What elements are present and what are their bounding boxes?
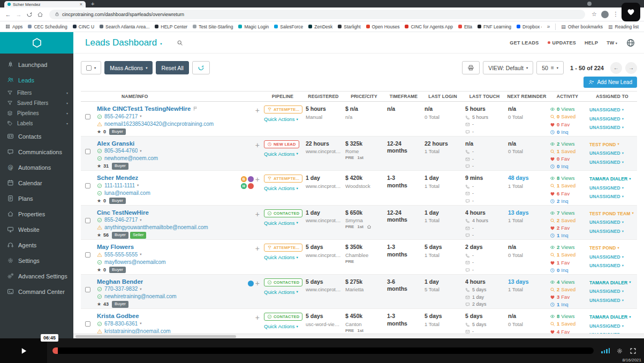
lead-name-link[interactable]: Mike CINCTest1 TestingNewHire	[97, 105, 191, 112]
add-new-lead-button[interactable]: Add New Lead	[584, 77, 637, 88]
assigned-agent-select[interactable]: UNASSIGNED▾	[589, 227, 635, 236]
globe-button[interactable]	[626, 38, 635, 48]
tab-close-icon[interactable]: ×	[80, 2, 82, 7]
activity-views[interactable]: 2Views	[550, 244, 585, 251]
help-link[interactable]: HELP	[585, 40, 598, 46]
bookmark-item[interactable]: Test Site-Starling	[193, 24, 233, 29]
sidebar-item-saved-filters[interactable]: Saved Filters▾	[0, 98, 73, 108]
col-header-next-reminder[interactable]: NEXT REMINDER	[506, 94, 548, 99]
pipeline-status-badge[interactable]: NEW LEAD	[264, 140, 299, 148]
sidebar-item-contacts[interactable]: Contacts	[0, 128, 73, 144]
sidebar-item-website[interactable]: Website	[0, 222, 73, 237]
activity-views[interactable]: 7Views	[550, 209, 585, 217]
bookmark-item[interactable]: ZenDesk	[308, 24, 332, 29]
page-title[interactable]: Leads Dashboard	[85, 37, 157, 48]
lead-phone[interactable]: 678-830-6361▾	[97, 321, 238, 327]
col-header-registered[interactable]: REGISTERED	[304, 94, 343, 99]
horizontal-scrollbar[interactable]	[73, 334, 644, 338]
lead-email[interactable]: newhome@noem.com	[97, 155, 238, 161]
lead-name-link[interactable]: Cinc TestNewHire	[97, 209, 149, 216]
col-header-activity[interactable]: ACTIVITY	[548, 94, 587, 99]
activity-fav[interactable]: 3Fav	[550, 293, 585, 301]
assigned-agent-select[interactable]: TAMARA DIALER▾	[589, 175, 635, 184]
col-header-last-touch[interactable]: LAST TOUCH	[463, 94, 506, 99]
assigned-agent-select[interactable]: UNASSIGNED▾	[589, 322, 635, 331]
bookmark-item[interactable]: Etta	[458, 24, 472, 29]
sidebar-item-launchpad[interactable]: Launchpad	[0, 57, 73, 72]
col-header-last-login[interactable]: LAST LOGIN	[422, 94, 463, 99]
bookmark-item[interactable]: CEC Scheduling	[28, 24, 67, 29]
new-tab-button[interactable]: +	[91, 1, 94, 7]
lead-email[interactable]: mayflowers@noemailcom	[97, 259, 238, 264]
next-page-button[interactable]: →	[625, 62, 637, 74]
col-header-price-city[interactable]: PRICE/CITY	[343, 94, 385, 99]
assigned-agent-select[interactable]: UNASSIGNED▾	[589, 115, 635, 124]
lead-phone[interactable]: 805-354-4760▾	[97, 148, 238, 154]
assigned-agent-select[interactable]: TEST POND▾	[589, 140, 635, 149]
get-leads-link[interactable]: GET LEADS	[510, 40, 539, 46]
row-checkbox[interactable]	[85, 218, 90, 223]
assigned-agent-select[interactable]: UNASSIGNED▾	[589, 253, 635, 262]
activity-inq[interactable]: 1Inq	[550, 301, 585, 308]
profile-avatar[interactable]	[601, 11, 609, 18]
scrollbar-thumb[interactable]	[75, 335, 236, 338]
table-row[interactable]: Cinc TestNewHire 855-246-2717▾ anythingy…	[81, 206, 637, 240]
row-checkbox[interactable]	[85, 252, 90, 258]
activity-saved[interactable]: 1Saved	[550, 251, 585, 259]
quick-actions-link[interactable]: Quick Actions▾	[264, 254, 298, 260]
col-header-pipeline[interactable]: PIPELINE	[262, 94, 304, 99]
bookmark-item[interactable]: CINC for Agents App	[405, 24, 452, 29]
activity-views[interactable]: 0Views	[550, 105, 585, 113]
expand-plus-button[interactable]: +	[255, 142, 260, 148]
pipeline-status-badge[interactable]: ATTEMPTE...	[264, 175, 302, 183]
assigned-agent-select[interactable]: UNASSIGNED▾	[589, 105, 635, 115]
bookmark-item[interactable]: CINC U	[73, 24, 94, 29]
pipeline-status-badge[interactable]: CONTACTED	[264, 278, 302, 286]
player-settings-gear-icon[interactable]	[616, 347, 623, 354]
assigned-agent-select[interactable]: UNASSIGNED▾	[589, 149, 635, 158]
bookmark-item[interactable]: SalesForce	[274, 24, 303, 29]
play-button[interactable]	[0, 338, 47, 363]
table-row[interactable]: Alex Granski 805-354-4760▾ newhome@noem.…	[81, 137, 637, 171]
bookmark-item[interactable]: Magic Login	[238, 24, 269, 29]
activity-fav[interactable]: 1Fav	[550, 259, 585, 267]
lead-name-link[interactable]: Scher Mendez	[97, 175, 138, 181]
lead-phone[interactable]: 855-246-2717▾	[97, 114, 238, 119]
assigned-agent-select[interactable]: TEST POND▾	[589, 244, 635, 253]
bookmarks-overflow-button[interactable]: »	[547, 24, 550, 29]
table-row[interactable]: Mike CINCTest1 TestingNewHire 855-246-27…	[81, 102, 637, 137]
sidebar-item-automations[interactable]: Automations	[0, 160, 73, 175]
activity-saved[interactable]: 1Saved	[550, 148, 585, 155]
expand-plus-button[interactable]: +	[255, 176, 260, 183]
browser-tab[interactable]: Scher Mendez ×	[4, 1, 86, 7]
row-checkbox[interactable]	[85, 321, 90, 327]
lead-phone[interactable]: 555-555-5555▾	[97, 252, 238, 258]
col-header-timeframe[interactable]: TIMEFRAME	[385, 94, 422, 99]
activity-saved[interactable]: 1Saved	[550, 182, 585, 190]
print-button[interactable]	[462, 61, 480, 74]
expand-plus-button[interactable]: +	[255, 211, 260, 217]
expand-plus-button[interactable]: +	[255, 280, 260, 286]
search-icon[interactable]	[177, 40, 183, 46]
assigned-agent-select[interactable]: TAMARA DIALER▾	[589, 313, 635, 322]
forward-button[interactable]: →	[14, 11, 24, 18]
bookmark-item[interactable]: HELP Center	[155, 24, 187, 29]
bookmark-item[interactable]: Dropbox - CINC Re...	[517, 24, 542, 29]
expand-plus-button[interactable]: +	[255, 245, 260, 252]
expand-plus-button[interactable]: +	[255, 107, 260, 114]
sidebar-item-calendar[interactable]: Calendar	[0, 175, 73, 191]
updates-link[interactable]: UPDATES	[548, 40, 576, 46]
col-header-assigned-to[interactable]: ASSIGNED TO	[587, 94, 637, 99]
activity-inq[interactable]: 2Inq	[550, 198, 585, 205]
sidebar-item-plans[interactable]: Plans	[0, 191, 73, 206]
activity-views[interactable]: 2Views	[550, 140, 585, 148]
view-selector[interactable]: VIEW: Default▾	[483, 61, 533, 74]
table-row[interactable]: Meghan Bender 770-337-9832▾ newhiretrain…	[81, 275, 637, 309]
select-all-checkbox[interactable]	[86, 65, 92, 71]
sidebar-item-labels[interactable]: Labels▾	[0, 118, 73, 128]
activity-fav[interactable]: 6Fav	[550, 190, 585, 198]
lead-phone[interactable]: 770-337-9832▾	[97, 286, 238, 292]
reload-button[interactable]	[25, 11, 34, 18]
volume-bars-icon[interactable]	[601, 348, 610, 353]
assigned-agent-select[interactable]: UNASSIGNED▾	[589, 158, 635, 167]
